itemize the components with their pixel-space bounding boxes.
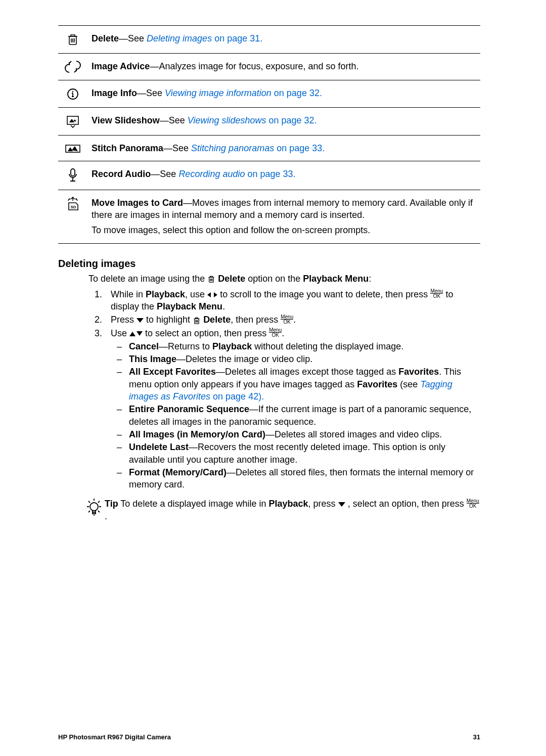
stitch-panorama-row-text: Stitch Panorama—See Stitching panoramas … bbox=[87, 135, 480, 161]
opt-format: Format (Memory/Card)—Deletes all stored … bbox=[111, 466, 480, 491]
page-footer: HP Photosmart R967 Digital Camera 31 bbox=[58, 733, 480, 741]
menu-ok-icon: MenuOK bbox=[269, 328, 282, 338]
link-recording-audio-pg[interactable]: on page 33. bbox=[245, 169, 295, 179]
stitch-panorama-icon bbox=[58, 135, 87, 161]
opt-undelete-last: Undelete Last—Recovers the most recently… bbox=[111, 441, 480, 466]
step-1: While in Playback, use to scroll to the … bbox=[105, 288, 480, 313]
record-audio-icon bbox=[58, 161, 87, 190]
view-slideshow-row-text: View Slideshow—See Viewing slideshows on… bbox=[87, 107, 480, 135]
options-list: Cancel—Returns to Playback without delet… bbox=[111, 340, 480, 491]
down-arrow-icon bbox=[136, 318, 144, 323]
footer-left: HP Photosmart R967 Digital Camera bbox=[58, 733, 171, 741]
link-stitch-panoramas-pg[interactable]: on page 33. bbox=[274, 143, 325, 153]
opt-all-except-favorites: All Except Favorites—Deletes all images … bbox=[111, 366, 480, 403]
playback-menu-table: Delete—See Deleting images on page 31. I… bbox=[58, 25, 480, 244]
link-deleting-images[interactable]: Deleting images bbox=[147, 33, 212, 43]
tip-block: Tip To delete a displayed image while in… bbox=[85, 498, 480, 522]
menu-ok-icon: MenuOK bbox=[467, 499, 479, 509]
link-image-info-pg[interactable]: on page 32. bbox=[271, 88, 322, 98]
footer-right: 31 bbox=[473, 733, 480, 741]
trash-icon bbox=[193, 316, 201, 325]
delete-row-text: Delete—See Deleting images on page 31. bbox=[87, 26, 480, 54]
view-slideshow-icon bbox=[58, 107, 87, 135]
image-advice-icon bbox=[58, 54, 87, 80]
link-stitch-panoramas[interactable]: Stitching panoramas bbox=[191, 143, 274, 153]
record-audio-row-text: Record Audio—See Recording audio on page… bbox=[87, 161, 480, 190]
down-arrow-icon bbox=[338, 502, 345, 507]
step-3: Use to select an option, then press Menu… bbox=[105, 327, 480, 491]
svg-text:SD: SD bbox=[70, 205, 76, 209]
image-advice-row-text: Image Advice—Analyzes image for focus, e… bbox=[87, 54, 480, 80]
steps-list: While in Playback, use to scroll to the … bbox=[88, 288, 480, 491]
image-info-row-text: Image Info—See Viewing image information… bbox=[87, 80, 480, 107]
link-deleting-images-pg[interactable]: on page 31. bbox=[212, 33, 262, 43]
lightbulb-icon bbox=[85, 498, 103, 518]
link-slideshows-pg[interactable]: on page 32. bbox=[266, 115, 317, 125]
left-right-arrows-icon bbox=[207, 292, 217, 298]
link-image-info[interactable]: Viewing image information bbox=[165, 88, 271, 98]
link-tag-favorites-pg[interactable]: on page 42). bbox=[210, 391, 264, 402]
move-to-card-row-text: Move Images to Card—Moves images from in… bbox=[87, 190, 480, 243]
menu-ok-icon: MenuOK bbox=[281, 315, 293, 325]
step-2: Press to highlight Delete, then press Me… bbox=[105, 314, 480, 326]
svg-point-2 bbox=[72, 91, 73, 92]
link-slideshows[interactable]: Viewing slideshows bbox=[188, 115, 266, 125]
opt-all-images: All Images (in Memory/on Card)—Deletes a… bbox=[111, 428, 480, 440]
intro-text: To delete an image using the Delete opti… bbox=[88, 274, 480, 284]
up-down-arrows-icon bbox=[129, 331, 143, 337]
delete-icon bbox=[58, 26, 87, 54]
trash-icon bbox=[207, 275, 215, 284]
svg-rect-5 bbox=[71, 169, 75, 176]
image-info-icon bbox=[58, 80, 87, 107]
heading-deleting-images: Deleting images bbox=[58, 258, 480, 270]
link-recording-audio[interactable]: Recording audio bbox=[178, 169, 245, 179]
menu-ok-icon: MenuOK bbox=[430, 289, 443, 299]
opt-cancel: Cancel—Returns to Playback without delet… bbox=[111, 340, 480, 352]
opt-entire-panoramic: Entire Panoramic Sequence—If the current… bbox=[111, 403, 480, 428]
opt-this-image: This Image—Deletes the image or video cl… bbox=[111, 353, 480, 365]
svg-point-9 bbox=[90, 503, 98, 511]
move-to-card-icon: SD bbox=[58, 190, 87, 243]
